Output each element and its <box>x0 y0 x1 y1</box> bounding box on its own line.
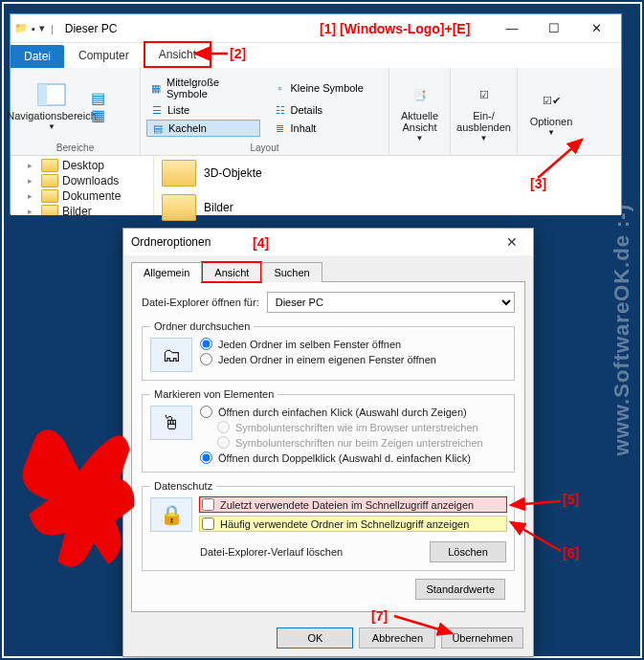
ok-button[interactable]: OK <box>277 627 353 649</box>
maximize-button[interactable]: ☐ <box>533 15 575 42</box>
file-item-pictures[interactable]: Bilder <box>162 194 613 221</box>
current-view-button[interactable]: 📑Aktuelle Ansicht▼ <box>395 81 444 143</box>
browse-fieldset: Ordner durchsuchen 🗂 Jeden Ordner im sel… <box>142 320 515 381</box>
titlebar: 📁 ▪ ▾ | Dieser PC — ☐ ✕ <box>11 14 621 43</box>
navigation-tree[interactable]: ▸Desktop ▸Downloads ▸Dokumente ▸Bilder <box>11 156 154 215</box>
show-hide-icon: ☑ <box>469 81 500 108</box>
browse-folders-icon: 🗂 <box>150 338 192 372</box>
tree-item-pictures[interactable]: ▸Bilder <box>14 204 149 215</box>
browse-legend: Ordner durchsuchen <box>150 320 254 332</box>
navigation-pane-button[interactable]: Navigationsbereich ▼ <box>16 81 87 132</box>
app-icon: 📁 <box>14 22 28 34</box>
preview-pane-icon[interactable]: ▤ <box>91 91 104 104</box>
show-hide-button[interactable]: ☑Ein-/ ausblenden▼ <box>456 81 511 143</box>
annotation-4: [4] <box>253 235 269 251</box>
current-view-icon: 📑 <box>405 81 435 108</box>
small-icons-icon: ▫ <box>274 81 287 95</box>
ribbon: Navigationsbereich ▼ ▤ ▦ Bereiche ▦Mitte… <box>11 68 621 156</box>
privacy-fieldset: Datenschutz 🔒 Zuletzt verwendete Dateien… <box>142 480 515 571</box>
dialog-tab-general[interactable]: Allgemein <box>131 262 202 282</box>
navigation-pane-icon <box>36 81 67 108</box>
tree-item-documents[interactable]: ▸Dokumente <box>14 188 149 204</box>
clear-button[interactable]: Löschen <box>430 541 506 562</box>
annotation-3: [3] <box>530 176 546 191</box>
checkbox-frequent-folders[interactable]: Häufig verwendete Ordner im Schnellzugri… <box>200 517 506 531</box>
dialog-close-button[interactable]: ✕ <box>499 232 525 252</box>
tree-item-desktop[interactable]: ▸Desktop <box>14 158 149 173</box>
checkbox-recent-files[interactable]: Zuletzt verwendete Dateien im Schnellzug… <box>200 497 506 512</box>
svg-line-4 <box>394 616 452 633</box>
annotation-5: [5] <box>563 492 579 507</box>
folder-icon <box>41 174 58 187</box>
qat-item[interactable]: ▪ <box>32 23 35 34</box>
content-icon: ≣ <box>274 121 287 135</box>
logo-silhouette <box>8 421 151 593</box>
group-panes-label: Bereiche <box>16 141 134 153</box>
folder-icon <box>41 205 58 215</box>
tiles-icon: ▤ <box>151 121 165 135</box>
annotation-7: [7] <box>371 608 388 624</box>
medium-icons-icon: ▦ <box>150 81 163 95</box>
click-items-icon: 🖱 <box>150 406 192 440</box>
privacy-legend: Datenschutz <box>150 480 216 492</box>
svg-line-3 <box>511 522 561 551</box>
details-icon: ☷ <box>274 103 287 117</box>
tab-file[interactable]: Datei <box>11 45 64 68</box>
svg-line-2 <box>511 501 561 505</box>
dialog-title: Ordneroptionen <box>131 235 211 249</box>
clear-history-label: Datei-Explorer-Verlauf löschen <box>200 546 343 558</box>
tree-item-downloads[interactable]: ▸Downloads <box>14 173 149 188</box>
annotation-1: [1] [Windows-Logo]+[E] <box>320 21 470 36</box>
radio-own-window[interactable]: Jeden Ordner in einem eigenen Fenster öf… <box>200 353 436 365</box>
click-fieldset: Markieren von Elementen 🖱 Öffnen durch e… <box>142 388 515 473</box>
folder-icon <box>162 160 196 187</box>
radio-underline-browser: Symbolunterschriften wie im Browser unte… <box>200 421 483 433</box>
folder-icon <box>41 189 58 203</box>
open-for-select[interactable]: Dieser PC <box>267 292 515 313</box>
options-button[interactable]: ☑✔Optionen▼ <box>523 87 579 138</box>
options-icon: ☑✔ <box>536 87 566 114</box>
annotation-6: [6] <box>563 545 579 561</box>
radio-double-click[interactable]: Öffnen durch Doppelklick (Auswahl d. ein… <box>200 451 483 464</box>
dialog-tab-search[interactable]: Suchen <box>261 262 322 282</box>
folder-icon <box>41 159 58 172</box>
tab-computer[interactable]: Computer <box>64 43 144 68</box>
privacy-icon: 🔒 <box>150 497 192 532</box>
details-pane-icon[interactable]: ▦ <box>91 108 104 121</box>
folder-options-dialog: Ordneroptionen ✕ Allgemein Ansicht Suche… <box>122 228 534 657</box>
nav-label: Navigationsbereich <box>7 110 97 121</box>
qat-dropdown-icon[interactable]: ▾ <box>39 22 45 34</box>
annotation-2: [2] <box>230 46 246 61</box>
minimize-button[interactable]: — <box>491 15 533 42</box>
open-for-label: Datei-Explorer öffnen für: <box>142 297 259 308</box>
radio-same-window[interactable]: Jeden Ordner im selben Fenster öffnen <box>200 338 436 350</box>
dialog-titlebar: Ordneroptionen ✕ <box>123 229 533 255</box>
folder-icon <box>162 194 196 221</box>
radio-single-click[interactable]: Öffnen durch einfachen Klick (Auswahl du… <box>200 406 483 418</box>
radio-underline-hover: Symbolunterschriften nur beim Zeigen unt… <box>200 436 483 449</box>
dropdown-icon: ▼ <box>48 123 56 132</box>
click-legend: Markieren von Elementen <box>150 388 278 400</box>
defaults-button[interactable]: Standardwerte <box>415 579 505 600</box>
svg-line-1 <box>538 140 582 178</box>
window-title: Dieser PC <box>65 22 118 35</box>
layout-gallery[interactable]: ▦Mittelgroße Symbole ▫Kleine Symbole ☰Li… <box>146 76 383 137</box>
list-icon: ☰ <box>150 103 164 117</box>
close-button[interactable]: ✕ <box>575 15 617 42</box>
dialog-tab-view[interactable]: Ansicht <box>202 262 261 282</box>
svg-rect-6 <box>38 84 47 105</box>
group-layout-label: Layout <box>146 141 383 153</box>
